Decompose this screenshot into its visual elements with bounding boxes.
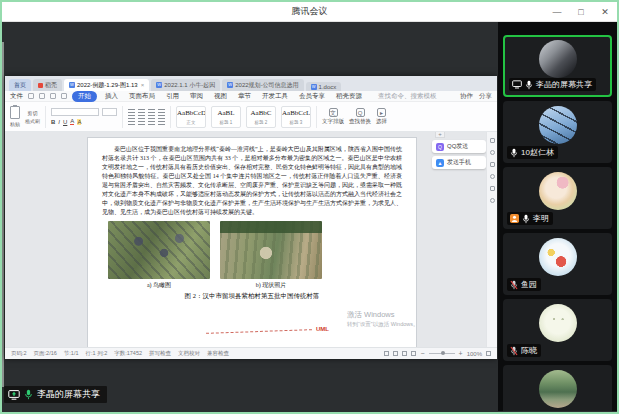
save-icon[interactable] [28, 93, 34, 99]
bold-button[interactable]: B [51, 119, 55, 125]
zoom-slider[interactable] [429, 353, 455, 354]
ribbon-tab-section[interactable]: 章节 [235, 92, 254, 101]
style-name: 标题 2 [247, 120, 275, 126]
send-to-phone-button[interactable]: ▲ 发送手机 [432, 156, 486, 169]
participant-name: 李晶的屏幕共享 [536, 79, 592, 90]
indent-icon[interactable] [148, 109, 155, 116]
file-menu[interactable]: 文件 [10, 92, 23, 101]
participant-tile-host[interactable]: 李明 [503, 167, 612, 229]
align-center-icon[interactable] [138, 118, 145, 125]
avatar [539, 172, 577, 210]
shared-screen-edge [2, 42, 4, 387]
tab-document[interactable]: W 2022规划-公司信息选用 [222, 79, 303, 91]
zoom-out-button[interactable]: − [420, 350, 424, 357]
ribbon-tab-review[interactable]: 审阅 [187, 92, 206, 101]
font-name-select[interactable] [51, 108, 99, 116]
status-proofread[interactable]: 文档校对 [178, 350, 200, 357]
ribbon-tab-member[interactable]: 会员专享 [296, 92, 328, 101]
tab-close-icon[interactable]: × [141, 82, 145, 88]
view-mode-icon[interactable] [384, 351, 389, 356]
close-button[interactable]: ✕ [593, 7, 617, 17]
collaborate-button[interactable]: 协作 [460, 92, 473, 101]
quick-share-panel: Q QQ发送 ▲ 发送手机 [432, 140, 486, 169]
tab-document[interactable]: W 1.docx [306, 82, 342, 91]
tab-docer[interactable]: 稻壳 [33, 79, 62, 91]
bullet-list-icon[interactable] [128, 109, 135, 116]
participant-tile[interactable]: 陈晓 [503, 299, 612, 361]
command-search[interactable]: 查找命令、搜索模板 [378, 92, 437, 101]
style-normal[interactable]: AaBbCcDd 正文 [176, 106, 206, 128]
line-spacing-icon[interactable] [158, 109, 165, 116]
justify-icon[interactable] [158, 118, 165, 125]
ribbon-tab-references[interactable]: 引用 [163, 92, 182, 101]
participant-tile-sharing[interactable]: 李晶的屏幕共享 [503, 35, 612, 97]
select-button[interactable]: ▸ 选择 [376, 108, 387, 125]
align-left-icon[interactable] [128, 118, 135, 125]
side-tool-icon[interactable] [490, 162, 495, 167]
format-painter-button[interactable]: 格式刷 [25, 118, 40, 124]
tab-document-label: 1.docx [319, 84, 337, 90]
participant-tile[interactable]: 鱼园 [503, 233, 612, 295]
divider [170, 106, 171, 128]
side-tool-icon[interactable] [490, 198, 495, 203]
cut-button[interactable]: 剪切 [25, 110, 40, 116]
qq-send-button[interactable]: Q QQ发送 [432, 140, 486, 153]
share-button[interactable]: 分享 [479, 92, 492, 101]
font-size-select[interactable] [102, 108, 117, 116]
meeting-window: 腾讯会议 — □ ✕ 首页 稻壳 [0, 0, 619, 414]
style-heading2[interactable]: AaBbC 标题 2 [246, 106, 276, 128]
tab-document-active[interactable]: W 2022-例题-1.29-图1.13 × [64, 79, 149, 91]
undo-icon[interactable] [50, 93, 56, 99]
side-tool-icon[interactable] [490, 150, 495, 155]
style-heading1[interactable]: AaBL 标题 1 [211, 106, 241, 128]
mic-muted-icon [510, 346, 518, 356]
side-tool-icon[interactable] [490, 174, 495, 179]
side-tool-icon[interactable] [490, 186, 495, 191]
panel-pin-button[interactable]: + [435, 132, 445, 138]
document-paragraph: 秦巴山区位于我国重要南北地理分界线“秦岭—淮河线”上，是秦岭大巴山及其附属区域，… [102, 145, 402, 217]
redo-icon[interactable] [61, 93, 67, 99]
style-heading3[interactable]: AaBbCcL 标题 3 [281, 106, 311, 128]
fullscreen-icon[interactable] [486, 351, 491, 356]
participant-name: 鱼园 [521, 279, 537, 290]
tab-docer-label: 稻壳 [45, 81, 57, 90]
tab-document[interactable]: W 2022.1.1 小牛-起因 [151, 79, 220, 91]
side-tool-icon[interactable] [490, 138, 495, 143]
ribbon-tab-dev-tools[interactable]: 开发工具 [259, 92, 291, 101]
number-list-icon[interactable] [138, 109, 145, 116]
ribbon-tab-page-layout[interactable]: 页面布局 [126, 92, 158, 101]
view-mode-icon[interactable] [411, 351, 416, 356]
print-icon[interactable] [39, 93, 45, 99]
ribbon-tab-docer-res[interactable]: 稻壳资源 [333, 92, 365, 101]
style-sample: AaBbCcL [282, 107, 310, 120]
paste-group[interactable]: 粘贴 [10, 106, 20, 127]
highlight-button[interactable]: A [77, 119, 81, 125]
zoom-percent[interactable]: 100% [467, 351, 482, 357]
ribbon-tab-insert[interactable]: 插入 [102, 92, 121, 101]
participant-label: 鱼园 [507, 278, 541, 291]
align-right-icon[interactable] [148, 118, 155, 125]
wps-menu-bar: 文件 开始 插入 页面布局 引用 审阅 视图 章节 开发工具 会员专享 稻壳资源… [5, 91, 497, 102]
doc-icon: W [227, 82, 233, 88]
screen-share-icon [8, 390, 20, 400]
text-layout-button[interactable]: 文 文字排版 [322, 108, 344, 125]
participant-tile[interactable]: ling [503, 365, 612, 411]
underline-button[interactable]: U [63, 119, 67, 125]
ribbon-tab-home[interactable]: 开始 [72, 91, 97, 102]
minimize-button[interactable]: — [545, 7, 569, 17]
participants-sidebar: 李晶的屏幕共享 10赵仁林 [498, 22, 617, 411]
status-word-count[interactable]: 字数:17452 [114, 350, 142, 357]
italic-button[interactable]: I [58, 119, 60, 125]
tab-home[interactable]: 首页 [9, 79, 31, 91]
participant-tile[interactable]: 10赵仁林 [503, 101, 612, 163]
find-replace-button[interactable]: Q 查找替换 [349, 108, 371, 125]
status-compatibility[interactable]: 兼容检查 [207, 350, 229, 357]
view-mode-icon[interactable] [402, 351, 407, 356]
font-color-button[interactable]: A [70, 118, 74, 125]
status-spellcheck[interactable]: 拼写检查 [149, 350, 171, 357]
zoom-in-button[interactable]: + [459, 350, 463, 357]
maximize-button[interactable]: □ [569, 7, 593, 17]
view-mode-icon[interactable] [393, 351, 398, 356]
doc-icon: W [156, 82, 162, 88]
ribbon-tab-view[interactable]: 视图 [211, 92, 230, 101]
